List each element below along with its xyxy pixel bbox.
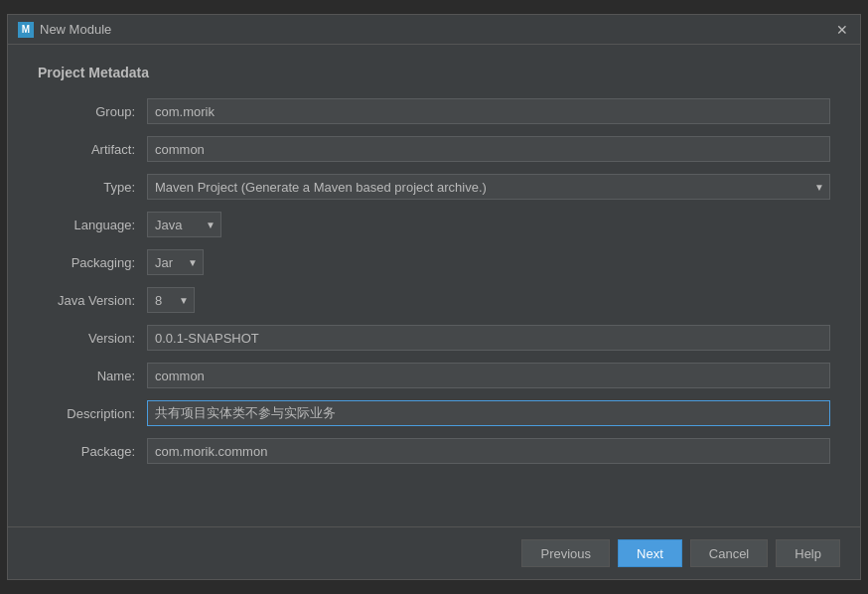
description-label: Description: (38, 406, 147, 421)
cancel-button[interactable]: Cancel (690, 539, 768, 567)
title-bar-left: M New Module (18, 22, 111, 38)
version-field (147, 325, 830, 351)
group-field (147, 98, 830, 124)
module-icon: M (18, 22, 34, 38)
dialog-footer: Previous Next Cancel Help (8, 526, 860, 579)
type-field: Maven Project (Generate a Maven based pr… (147, 174, 830, 200)
language-field: Java Kotlin Groovy ▼ (147, 212, 830, 237)
package-field (147, 438, 830, 464)
package-input[interactable] (147, 438, 830, 464)
type-select-wrapper: Maven Project (Generate a Maven based pr… (147, 174, 830, 200)
type-label: Type: (38, 180, 147, 195)
language-select[interactable]: Java Kotlin Groovy (147, 212, 221, 237)
next-button[interactable]: Next (618, 539, 682, 567)
name-field (147, 363, 830, 388)
group-label: Group: (38, 104, 147, 119)
java-version-select-wrapper: 8 11 17 21 ▼ (147, 287, 195, 313)
artifact-label: Artifact: (38, 142, 147, 157)
java-version-row: Java Version: 8 11 17 21 ▼ (38, 287, 830, 313)
version-row: Version: (38, 325, 830, 351)
name-row: Name: (38, 363, 830, 388)
package-label: Package: (38, 444, 147, 459)
artifact-input[interactable] (147, 136, 830, 162)
version-input[interactable] (147, 325, 830, 351)
dialog-title: New Module (40, 22, 111, 37)
language-label: Language: (38, 218, 147, 232)
description-field (147, 400, 830, 426)
packaging-field: Jar War ▼ (147, 249, 830, 275)
dialog-content: Project Metadata Group: Artifact: Type: … (8, 45, 860, 526)
type-row: Type: Maven Project (Generate a Maven ba… (38, 174, 830, 200)
packaging-row: Packaging: Jar War ▼ (38, 249, 830, 275)
version-label: Version: (38, 331, 147, 346)
language-select-wrapper: Java Kotlin Groovy ▼ (147, 212, 221, 237)
java-version-label: Java Version: (38, 293, 147, 308)
type-select[interactable]: Maven Project (Generate a Maven based pr… (147, 174, 830, 200)
java-version-select[interactable]: 8 11 17 21 (147, 287, 195, 313)
name-label: Name: (38, 369, 147, 383)
language-row: Language: Java Kotlin Groovy ▼ (38, 212, 830, 237)
package-row: Package: (38, 438, 830, 464)
section-title: Project Metadata (38, 65, 830, 80)
title-bar: M New Module ✕ (8, 15, 860, 45)
close-button[interactable]: ✕ (834, 22, 850, 38)
name-input[interactable] (147, 363, 830, 388)
help-button[interactable]: Help (776, 539, 840, 567)
group-input[interactable] (147, 98, 830, 124)
description-row: Description: (38, 400, 830, 426)
previous-button[interactable]: Previous (521, 539, 610, 567)
packaging-select-wrapper: Jar War ▼ (147, 249, 204, 275)
artifact-field (147, 136, 830, 162)
new-module-dialog: M New Module ✕ Project Metadata Group: A… (7, 14, 861, 580)
description-input[interactable] (147, 400, 830, 426)
packaging-select[interactable]: Jar War (147, 249, 204, 275)
java-version-field: 8 11 17 21 ▼ (147, 287, 830, 313)
packaging-label: Packaging: (38, 255, 147, 270)
group-row: Group: (38, 98, 830, 124)
artifact-row: Artifact: (38, 136, 830, 162)
